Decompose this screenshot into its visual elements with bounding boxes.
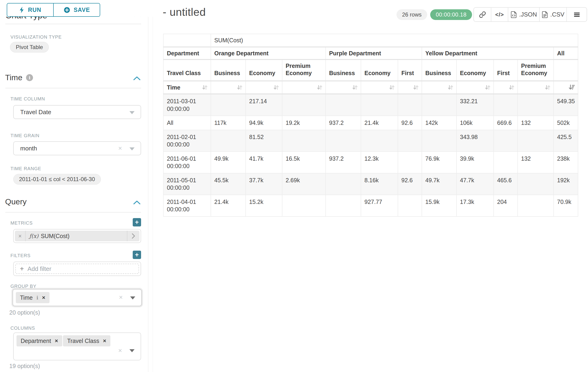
- pivot-cell: [398, 195, 422, 216]
- collapse-chevron-icon[interactable]: [133, 200, 141, 205]
- metrics-control: × ƒ(x) SUM(Cost): [13, 229, 141, 243]
- col-group-header: Purple Department: [326, 47, 422, 60]
- menu-button[interactable]: [566, 8, 587, 21]
- pivot-cell: 49.7k: [422, 173, 456, 195]
- sub-col-header: First: [398, 60, 422, 81]
- metric-header: SUM(Cost): [211, 34, 578, 47]
- collapse-chevron-icon[interactable]: [133, 76, 141, 81]
- sort-icon: [236, 84, 243, 91]
- add-filter-button[interactable]: +: [133, 251, 141, 259]
- sort-header[interactable]: [282, 81, 326, 94]
- table-row: 2011-05-01 00:00:00 45.5k 37.7k 2.69k 8.…: [163, 173, 578, 195]
- pivot-cell: 117k: [211, 116, 246, 130]
- pivot-cell: 927.77: [361, 195, 398, 216]
- pivot-cell: 8.16k: [361, 173, 398, 195]
- pivot-cell: [422, 94, 456, 116]
- table-row: 2011-06-01 00:00:00 49.9k 41.7k 16.5k 93…: [163, 152, 578, 173]
- pivot-cell: 17.3k: [456, 195, 494, 216]
- visualization-type-value[interactable]: Pivot Table: [10, 42, 49, 53]
- pivot-cell: 15.9k: [422, 195, 456, 216]
- pivot-cell: 192k: [554, 173, 578, 195]
- columns-select[interactable]: Department × Travel Class × ×: [13, 332, 141, 360]
- sort-header[interactable]: [326, 81, 361, 94]
- save-button[interactable]: SAVE: [53, 3, 100, 16]
- caret-down-icon: [129, 147, 135, 150]
- remove-chip-icon[interactable]: ×: [103, 338, 106, 344]
- pivot-cell: 94.9k: [246, 116, 282, 130]
- pivot-cell: 19.2k: [282, 116, 326, 130]
- pivot-cell: [326, 94, 361, 116]
- pivot-cell: 49.9k: [211, 152, 246, 173]
- pivot-cell: 669.6: [494, 116, 518, 130]
- pivot-cell: [282, 195, 326, 216]
- sub-col-header: Premium Economy: [282, 60, 326, 81]
- add-filter-dropzone[interactable]: + Add filter: [15, 264, 139, 274]
- csv-file-icon: [542, 11, 548, 18]
- time-column-select[interactable]: Travel Date: [13, 105, 141, 119]
- pivot-cell: [211, 130, 246, 152]
- sort-header[interactable]: [422, 81, 456, 94]
- time-range-value[interactable]: 2011-01-01 ≤ col < 2011-06-30: [13, 174, 101, 185]
- pivot-cell: [326, 130, 361, 152]
- pivot-cell: [398, 94, 422, 116]
- remove-chip-icon[interactable]: ×: [55, 338, 58, 344]
- pivot-cell: [361, 130, 398, 152]
- columns-chip[interactable]: Travel Class ×: [63, 335, 110, 346]
- chart-title[interactable]: - untitled: [163, 6, 206, 18]
- sort-header[interactable]: [494, 81, 518, 94]
- view-query-button[interactable]: </>: [491, 8, 508, 21]
- sort-header-time[interactable]: Time: [163, 81, 211, 94]
- remove-chip-icon[interactable]: ×: [42, 294, 45, 301]
- group-by-chip[interactable]: Time i ×: [16, 292, 50, 303]
- clear-icon[interactable]: ×: [118, 145, 122, 152]
- time-grain-select[interactable]: month ×: [13, 141, 141, 155]
- pivot-cell: 12.3k: [361, 152, 398, 173]
- sort-header[interactable]: [246, 81, 282, 94]
- pivot-cell: 15.2k: [246, 195, 282, 216]
- clear-icon[interactable]: ×: [118, 347, 122, 354]
- pivot-cell: 45.5k: [211, 173, 246, 195]
- group-by-select[interactable]: Time i × ×: [12, 289, 142, 306]
- remove-metric-icon[interactable]: ×: [15, 231, 26, 241]
- panel-divider[interactable]: [148, 0, 148, 372]
- sub-col-header: Business: [211, 60, 246, 81]
- export-toolbar: </> .JSON .CSV: [473, 7, 587, 22]
- info-icon: i: [26, 74, 33, 81]
- group-by-label: GROUP BY: [10, 284, 36, 289]
- sort-header[interactable]: [398, 81, 422, 94]
- add-metric-button[interactable]: +: [133, 218, 141, 226]
- clear-icon[interactable]: ×: [119, 294, 123, 301]
- share-link-button[interactable]: [474, 8, 491, 21]
- pivot-cell: 549.35: [554, 94, 578, 116]
- sort-header[interactable]: [518, 81, 554, 94]
- metric-chip[interactable]: × ƒ(x) SUM(Cost): [15, 231, 139, 241]
- section-divider: [5, 212, 141, 213]
- columns-options-hint: 19 option(s): [9, 363, 40, 370]
- pivot-cell: 132: [518, 116, 554, 130]
- sort-header[interactable]: [361, 81, 398, 94]
- sort-icon: [201, 84, 208, 91]
- table-row: 2011-04-01 00:00:00 21.4k 15.2k 927.77 1…: [163, 195, 578, 216]
- pivot-cell: 142k: [422, 116, 456, 130]
- sort-header[interactable]: [211, 81, 246, 94]
- columns-chip[interactable]: Department ×: [17, 335, 62, 346]
- travel-class-header-row: Travel Class Business Economy Premium Ec…: [163, 60, 578, 81]
- filters-control: + Add filter: [13, 262, 141, 276]
- sub-col-header: Economy: [361, 60, 398, 81]
- run-button[interactable]: RUN: [7, 3, 53, 16]
- pivot-cell: [518, 94, 554, 116]
- export-json-button[interactable]: .JSON: [508, 8, 539, 21]
- pivot-cell: 132: [518, 152, 554, 173]
- col-group-header: All: [554, 47, 578, 60]
- pivot-cell: [398, 152, 422, 173]
- export-csv-button[interactable]: .CSV: [539, 8, 566, 21]
- expand-metric-icon[interactable]: [127, 231, 139, 241]
- pivot-cell: [326, 173, 361, 195]
- section-divider: [5, 88, 141, 88]
- sort-header[interactable]: [456, 81, 494, 94]
- sort-icon: [316, 84, 323, 91]
- pivot-cell: [494, 130, 518, 152]
- sort-header-all-sorted[interactable]: [554, 81, 578, 94]
- sort-icon: [447, 84, 454, 91]
- table-row: 2011-03-01 00:00:00 217.14 332.21 549.35: [163, 94, 578, 116]
